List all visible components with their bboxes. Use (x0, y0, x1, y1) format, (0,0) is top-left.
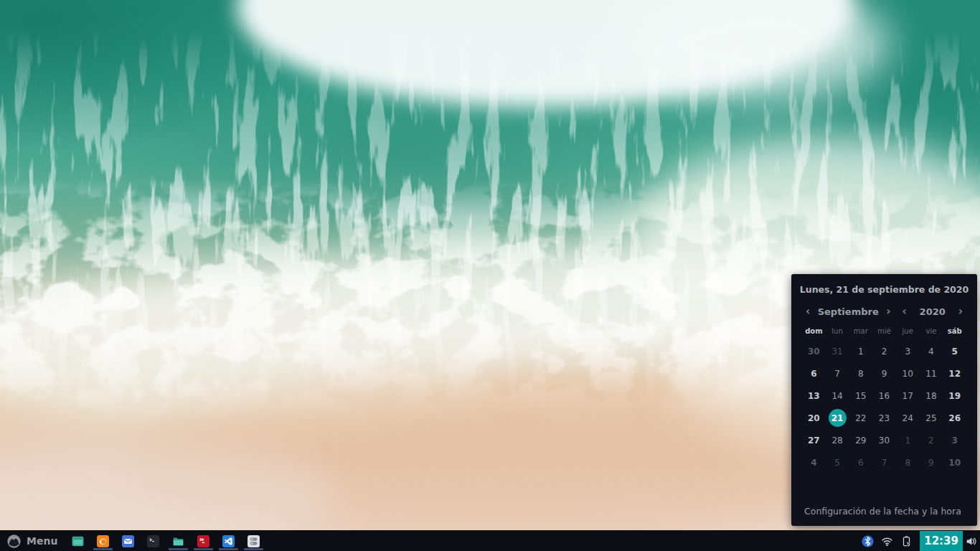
terminal-icon (147, 535, 159, 547)
year-selector: ‹ 2020 › (902, 306, 963, 317)
calendar-day-3[interactable]: 3 (899, 342, 917, 360)
window-list (65, 531, 266, 551)
taskbar: Menu (0, 530, 980, 551)
launcher-email-client[interactable] (116, 531, 141, 551)
calendar-day-13[interactable]: 13 (805, 387, 823, 405)
launcher-terminal[interactable] (141, 531, 166, 551)
launcher-firefox[interactable] (90, 531, 116, 551)
calendar-day-30-adjacent[interactable]: 30 (805, 342, 823, 360)
wifi-tray-button[interactable] (881, 535, 893, 547)
calendar-day-17[interactable]: 17 (899, 387, 917, 405)
prev-month-button[interactable]: ‹ (806, 306, 810, 317)
system-tray: 12:39 (862, 531, 980, 551)
calendar-day-16[interactable]: 16 (875, 387, 893, 405)
weekday-jue: jue (896, 327, 920, 335)
calendar-day-3-adjacent[interactable]: 3 (946, 431, 963, 449)
launcher-file-manager[interactable] (166, 531, 191, 551)
weekday-mar: mar (849, 327, 872, 335)
calendar-day-27[interactable]: 27 (805, 431, 823, 449)
prev-year-button[interactable]: ‹ (902, 306, 906, 317)
terminal-red-icon (197, 535, 209, 547)
launcher-vscode[interactable] (216, 531, 241, 551)
calendar-day-5-adjacent[interactable]: 5 (829, 453, 847, 471)
stacked-panels-icon (248, 535, 260, 547)
next-month-button[interactable]: › (886, 306, 890, 317)
battery-charging-tray-button[interactable] (900, 535, 913, 547)
calendar-day-26[interactable]: 26 (946, 409, 963, 427)
calendar-day-19[interactable]: 19 (946, 387, 963, 405)
launcher-terminal-red[interactable] (191, 531, 216, 551)
calendar-day-31-adjacent[interactable]: 31 (829, 342, 847, 360)
menu-label: Menu (27, 535, 57, 547)
month-selector: ‹ Septiembre › (806, 306, 890, 317)
weekday-header-row: domlunmarmiéjueviesáb (802, 327, 966, 335)
bluetooth-tray-button[interactable] (862, 535, 874, 547)
calendar-day-11[interactable]: 11 (922, 364, 940, 382)
linux-mint-logo-icon (6, 534, 22, 549)
calendar-day-4[interactable]: 4 (922, 342, 940, 360)
calendar-day-1[interactable]: 1 (852, 342, 870, 360)
launcher-show-desktop[interactable] (65, 531, 90, 551)
month-label: Septiembre (818, 306, 879, 317)
calendar-header-date: Lunes, 21 de septiembre de 2020 (791, 284, 977, 295)
calendar-day-22[interactable]: 22 (852, 409, 870, 427)
calendar-day-8-adjacent[interactable]: 8 (899, 453, 917, 471)
weekday-vie: vie (920, 327, 943, 335)
weekday-mié: mié (872, 327, 896, 335)
calendar-popup: Lunes, 21 de septiembre de 2020 ‹ Septie… (791, 274, 977, 526)
calendar-day-30[interactable]: 30 (875, 431, 893, 449)
firefox-icon (97, 535, 109, 547)
show-desktop-icon (72, 535, 84, 547)
calendar-day-7[interactable]: 7 (829, 364, 847, 382)
menu-button[interactable]: Menu (0, 531, 65, 551)
clock[interactable]: 12:39 (920, 531, 963, 551)
calendar-day-10-adjacent[interactable]: 10 (946, 453, 963, 471)
calendar-navigation: ‹ Septiembre › ‹ 2020 › (806, 306, 963, 317)
calendar-day-24[interactable]: 24 (899, 409, 917, 427)
calendar-day-23[interactable]: 23 (875, 409, 893, 427)
vscode-icon (222, 535, 235, 547)
calendar-day-9[interactable]: 9 (875, 364, 893, 382)
weekday-dom: dom (802, 327, 826, 335)
volume-icon (966, 535, 978, 547)
calendar-day-12[interactable]: 12 (946, 364, 963, 382)
volume-tray-button[interactable] (966, 535, 978, 547)
launcher-system-list-app[interactable] (241, 531, 266, 551)
bluetooth-icon (862, 535, 874, 547)
desktop-screen: Lunes, 21 de septiembre de 2020 ‹ Septie… (0, 0, 980, 551)
calendar-day-4-adjacent[interactable]: 4 (805, 453, 823, 471)
calendar-day-29[interactable]: 29 (852, 431, 870, 449)
next-year-button[interactable]: › (958, 306, 963, 317)
calendar-day-6-adjacent[interactable]: 6 (852, 453, 870, 471)
wifi-icon (881, 535, 893, 547)
calendar-day-21[interactable]: 21 (829, 409, 847, 427)
weekday-sáb: sáb (943, 327, 966, 335)
calendar-day-28[interactable]: 28 (829, 431, 847, 449)
calendar-day-14[interactable]: 14 (829, 387, 847, 405)
calendar-day-6[interactable]: 6 (805, 364, 823, 382)
calendar-day-7-adjacent[interactable]: 7 (875, 453, 893, 471)
battery-charging-icon (900, 535, 913, 547)
calendar-day-8[interactable]: 8 (852, 364, 870, 382)
calendar-day-grid: 3031123456789101112131415161718192021222… (802, 340, 966, 474)
weekday-lun: lun (826, 327, 849, 335)
email-icon (122, 535, 134, 547)
datetime-settings-link[interactable]: Configuración de la fecha y la hora (804, 506, 961, 517)
year-label: 2020 (920, 306, 946, 317)
folder-icon (172, 535, 184, 547)
calendar-day-10[interactable]: 10 (899, 364, 917, 382)
calendar-day-18[interactable]: 18 (922, 387, 940, 405)
calendar-day-2[interactable]: 2 (875, 342, 893, 360)
calendar-day-2-adjacent[interactable]: 2 (922, 431, 940, 449)
calendar-day-20[interactable]: 20 (805, 409, 823, 427)
calendar-day-5[interactable]: 5 (946, 342, 963, 360)
calendar-day-15[interactable]: 15 (852, 387, 870, 405)
calendar-day-9-adjacent[interactable]: 9 (922, 453, 940, 471)
calendar-day-1-adjacent[interactable]: 1 (899, 431, 917, 449)
calendar-day-25[interactable]: 25 (922, 409, 940, 427)
